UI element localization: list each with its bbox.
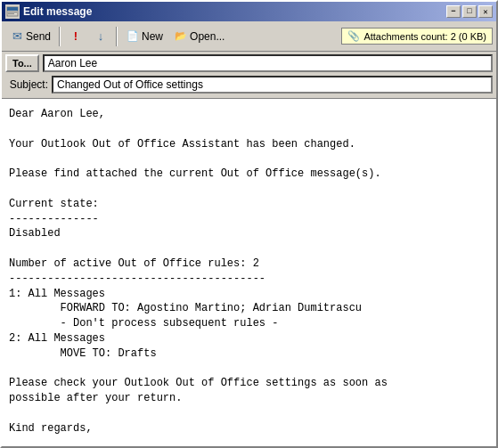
window-icon [5, 4, 20, 19]
toolbar-separator-2 [116, 27, 118, 46]
to-button[interactable]: To... [5, 54, 39, 72]
send-label: Send [26, 30, 51, 43]
svg-rect-1 [7, 7, 18, 11]
attachments-info: Attachments count: 2 (0 KB) [341, 28, 493, 45]
priority-low-icon [94, 29, 108, 44]
subject-label: Subject: [5, 78, 52, 91]
to-row: To... [5, 53, 493, 73]
title-bar: Edit message − □ ✕ [2, 2, 496, 21]
subject-input[interactable] [52, 76, 493, 94]
attachments-count-label: Attachments count: 2 (0 KB) [363, 31, 486, 42]
edit-message-window: Edit message − □ ✕ Send New Open... [0, 0, 498, 448]
window-title: Edit message [23, 5, 446, 18]
svg-rect-3 [8, 13, 14, 14]
new-button[interactable]: New [121, 25, 167, 48]
send-button[interactable]: Send [5, 25, 55, 48]
send-icon [10, 29, 24, 44]
minimize-button[interactable]: − [446, 5, 461, 18]
new-icon [126, 29, 140, 44]
toolbar-separator-1 [59, 27, 61, 46]
subject-row: Subject: [5, 75, 493, 94]
title-bar-buttons: − □ ✕ [446, 5, 493, 18]
priority-low-button[interactable] [89, 25, 112, 48]
toolbar: Send New Open... Attachments count: 2 (0… [2, 21, 496, 52]
open-label: Open... [190, 30, 225, 43]
open-icon [174, 29, 188, 44]
open-button[interactable]: Open... [169, 25, 229, 48]
to-input[interactable] [43, 54, 493, 72]
message-body[interactable] [2, 100, 496, 446]
priority-high-button[interactable] [64, 25, 87, 48]
attachments-icon [347, 30, 360, 42]
priority-high-icon [69, 29, 83, 44]
fields-area: To... Subject: [2, 52, 496, 98]
maximize-button[interactable]: □ [462, 5, 477, 18]
new-label: New [142, 30, 163, 43]
close-button[interactable]: ✕ [478, 5, 493, 18]
svg-rect-2 [8, 12, 17, 12]
